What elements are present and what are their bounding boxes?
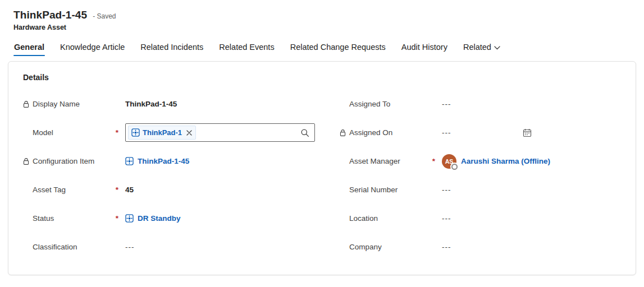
selected-record-label: ThinkPad-1 [143,128,182,137]
field-serial-number: Serial Number --- [340,175,621,204]
tab-label: Related Incidents [140,43,203,52]
field-label: Asset Manager [349,157,400,165]
asset-manager-value: AS Aarushi Sharma (Offline) [442,154,550,169]
search-icon[interactable] [300,128,309,137]
field-label-cell: Assigned On [340,128,442,137]
field-label: Assigned On [349,128,392,137]
section-title: Details [23,73,621,82]
company-value[interactable]: --- [442,243,451,251]
field-status: Status * DR Standby [23,204,315,233]
field-asset-manager: Asset Manager * AS Aarushi Sharma (Offli… [340,147,621,175]
field-display-name: Display Name ThinkPad-1-45 [23,90,315,118]
field-label: Assigned To [349,100,390,108]
record-header: ThinkPad-1-45 - Saved Hardware Asset [0,0,644,31]
details-section-card: Details Display Name ThinkPad-1-45 [8,61,636,275]
lock-icon [340,129,349,137]
status-value: DR Standby [125,214,181,223]
tab-knowledge-article[interactable]: Knowledge Article [60,38,125,58]
tab-label: Knowledge Article [60,43,125,52]
field-company: Company --- [340,233,621,261]
title-row: ThinkPad-1-45 - Saved [13,9,631,21]
field-label-cell: Serial Number [340,186,442,194]
display-name-value[interactable]: ThinkPad-1-45 [125,100,177,108]
form-tabs: General Knowledge Article Related Incide… [0,38,644,58]
field-label-cell: Model * [23,128,125,137]
required-marker: * [116,128,118,137]
presence-offline-icon [451,164,458,170]
field-label-cell: Asset Tag * [23,186,125,194]
tab-label: Related Change Requests [290,43,386,52]
field-assigned-to: Assigned To --- [340,90,621,118]
field-label-cell: Asset Manager * [340,157,442,165]
tab-label: Related [463,43,491,52]
location-value[interactable]: --- [442,214,451,223]
assigned-to-value[interactable]: --- [442,100,451,108]
field-configuration-item: Configuration Item ThinkPad-1-45 [23,147,315,175]
save-status: - Saved [93,12,116,20]
field-value: --- [125,243,135,251]
entity-icon [131,128,140,137]
field-label-cell: Assigned To [340,100,442,108]
tab-related-change-requests[interactable]: Related Change Requests [290,38,386,58]
field-classification: Classification --- [23,233,315,261]
field-label: Location [349,214,378,223]
tab-label: Audit History [401,43,447,52]
required-marker: * [116,186,118,194]
entity-type-label: Hardware Asset [13,24,631,31]
field-value: --- [442,186,451,194]
chevron-down-icon [494,46,500,50]
remove-icon[interactable] [186,130,192,136]
field-asset-tag: Asset Tag * 45 [23,175,315,204]
entity-icon [125,214,134,223]
tab-general[interactable]: General [13,38,45,58]
model-value: ThinkPad-1 [125,123,315,142]
field-value: ThinkPad-1-45 [125,100,177,108]
status-link[interactable]: DR Standby [138,214,181,223]
field-location: Location --- [340,204,621,233]
tab-related-events[interactable]: Related Events [218,38,275,58]
avatar-initials: AS [445,158,454,165]
field-value: 45 [125,186,134,194]
field-label: Display Name [33,100,80,108]
field-label-cell: Configuration Item [23,157,125,165]
serial-number-value[interactable]: --- [442,186,451,194]
field-label-cell: Company [340,243,442,251]
required-marker: * [116,214,118,223]
tab-label: Related Events [219,43,274,52]
date-field[interactable]: --- [442,128,532,137]
field-label-cell: Location [340,214,442,223]
field-label: Classification [33,243,77,251]
right-column: Assigned To --- Assigned On --- [340,90,621,261]
tab-audit-history[interactable]: Audit History [401,38,448,58]
required-marker: * [432,157,435,165]
fields-grid: Display Name ThinkPad-1-45 Model * [23,90,621,261]
field-value: --- [442,128,451,137]
field-label-cell: Classification [23,243,125,251]
field-value: --- [442,243,451,251]
assigned-on-value: --- [442,128,532,137]
field-label: Model [33,128,53,137]
field-label: Company [349,243,382,251]
tab-related-dropdown[interactable]: Related [463,38,501,58]
calendar-icon[interactable] [523,128,532,137]
classification-value[interactable]: --- [125,243,135,251]
field-label-cell: Display Name [23,100,125,108]
tab-related-incidents[interactable]: Related Incidents [140,38,204,58]
field-label-cell: Status * [23,214,125,223]
field-model: Model * ThinkPad-1 [23,118,315,147]
field-label: Status [33,214,54,223]
avatar: AS [442,154,456,169]
field-value: --- [442,100,451,108]
configuration-item-link[interactable]: ThinkPad-1-45 [138,157,189,165]
field-label: Serial Number [349,186,398,194]
lock-icon [23,158,33,165]
left-column: Display Name ThinkPad-1-45 Model * [23,90,315,261]
model-selected-record[interactable]: ThinkPad-1 [128,126,196,140]
asset-tag-value[interactable]: 45 [125,186,134,194]
model-lookup-input[interactable]: ThinkPad-1 [125,123,315,142]
asset-manager-link[interactable]: Aarushi Sharma (Offline) [461,157,550,165]
tab-label: General [14,43,44,52]
field-assigned-on: Assigned On --- [340,118,621,147]
field-value: --- [442,214,451,223]
configuration-item-value: ThinkPad-1-45 [125,157,189,165]
